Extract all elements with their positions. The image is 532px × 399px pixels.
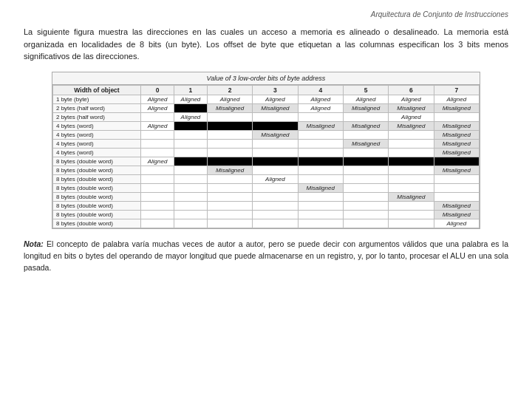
table-row: 8 bytes (double word)Aligned bbox=[53, 157, 480, 166]
cell-9-5 bbox=[343, 174, 388, 183]
cell-10-0 bbox=[141, 183, 174, 192]
row-label: 4 bytes (word) bbox=[53, 148, 141, 157]
cell-0-4: Aligned bbox=[298, 95, 343, 103]
cell-11-0 bbox=[141, 192, 174, 201]
cell-7-6 bbox=[389, 157, 434, 166]
cell-0-1: Aligned bbox=[174, 95, 207, 103]
cell-10-6 bbox=[389, 183, 434, 192]
cell-0-0: Aligned bbox=[141, 95, 174, 103]
cell-13-2 bbox=[207, 210, 252, 219]
table-row: 4 bytes (word)AlignedMisalignedMisaligne… bbox=[53, 121, 480, 130]
col-header-label: Width of object bbox=[53, 85, 141, 95]
row-label: 8 bytes (double word) bbox=[53, 174, 141, 183]
cell-7-2 bbox=[207, 157, 252, 166]
row-label: 8 bytes (double word) bbox=[53, 157, 141, 166]
cell-0-7: Aligned bbox=[434, 95, 479, 103]
col-header-1: 1 bbox=[174, 85, 207, 95]
cell-1-6: Misaligned bbox=[389, 103, 434, 112]
cell-10-7 bbox=[434, 183, 479, 192]
cell-5-5: Misaligned bbox=[343, 139, 388, 148]
cell-9-7 bbox=[434, 174, 479, 183]
cell-11-4 bbox=[298, 192, 343, 201]
table-row: 4 bytes (word)MisalignedMisaligned bbox=[53, 130, 480, 139]
col-header-4: 4 bbox=[298, 85, 343, 95]
cell-3-0: Aligned bbox=[141, 121, 174, 130]
cell-13-3 bbox=[253, 210, 298, 219]
alignment-table: Width of object 0 1 2 3 4 5 6 7 1 byte (… bbox=[52, 85, 480, 228]
cell-5-0 bbox=[141, 139, 174, 148]
cell-8-1 bbox=[174, 166, 207, 174]
cell-4-4 bbox=[298, 130, 343, 139]
cell-4-2 bbox=[207, 130, 252, 139]
cell-4-3: Misaligned bbox=[253, 130, 298, 139]
col-header-2: 2 bbox=[207, 85, 252, 95]
row-label: 8 bytes (double word) bbox=[53, 183, 141, 192]
table-row: 8 bytes (double word)Misaligned bbox=[53, 183, 480, 192]
cell-13-0 bbox=[141, 210, 174, 219]
row-label: 2 bytes (half word) bbox=[53, 112, 141, 121]
cell-8-5 bbox=[343, 166, 388, 174]
row-label: 8 bytes (double word) bbox=[53, 201, 141, 210]
row-label: 8 bytes (double word) bbox=[53, 210, 141, 219]
cell-6-4 bbox=[298, 148, 343, 157]
alignment-table-container: Value of 3 low-order bits of byte addres… bbox=[52, 72, 480, 229]
cell-10-5 bbox=[343, 183, 388, 192]
cell-13-7: Misaligned bbox=[434, 210, 479, 219]
table-row: 1 byte (byte)AlignedAlignedAlignedAligne… bbox=[53, 95, 480, 103]
cell-0-6: Aligned bbox=[389, 95, 434, 103]
table-row: 2 bytes (half word)AlignedMisalignedMisa… bbox=[53, 103, 480, 112]
note-text: El concepto de palabra varía muchas vece… bbox=[24, 239, 508, 273]
table-row: 8 bytes (double word)Misaligned bbox=[53, 210, 480, 219]
cell-7-1 bbox=[174, 157, 207, 166]
row-label: 4 bytes (word) bbox=[53, 121, 141, 130]
cell-4-6 bbox=[389, 130, 434, 139]
cell-9-2 bbox=[207, 174, 252, 183]
cell-11-7 bbox=[434, 192, 479, 201]
cell-3-5: Misaligned bbox=[343, 121, 388, 130]
page-header: Arquitectura de Conjunto de Instruccione… bbox=[24, 10, 508, 18]
col-header-7: 7 bbox=[434, 85, 479, 95]
cell-8-4 bbox=[298, 166, 343, 174]
cell-1-5: Misaligned bbox=[343, 103, 388, 112]
cell-10-2 bbox=[207, 183, 252, 192]
cell-9-6 bbox=[389, 174, 434, 183]
col-header-0: 0 bbox=[141, 85, 174, 95]
row-label: 2 bytes (half word) bbox=[53, 103, 141, 112]
cell-1-3: Misaligned bbox=[253, 103, 298, 112]
cell-4-5 bbox=[343, 130, 388, 139]
row-label: 8 bytes (double word) bbox=[53, 166, 141, 174]
cell-2-3 bbox=[253, 112, 298, 121]
cell-9-4 bbox=[298, 174, 343, 183]
cell-5-7: Misaligned bbox=[434, 139, 479, 148]
cell-5-6 bbox=[389, 139, 434, 148]
cell-4-7: Misaligned bbox=[434, 130, 479, 139]
cell-10-3 bbox=[253, 183, 298, 192]
cell-3-7: Misaligned bbox=[434, 121, 479, 130]
cell-5-4 bbox=[298, 139, 343, 148]
cell-10-4: Misaligned bbox=[298, 183, 343, 192]
cell-14-0 bbox=[141, 219, 174, 228]
note-paragraph: Nota: El concepto de palabra varía mucha… bbox=[24, 238, 508, 274]
cell-0-2: Aligned bbox=[207, 95, 252, 103]
cell-2-4 bbox=[298, 112, 343, 121]
cell-5-2 bbox=[207, 139, 252, 148]
cell-6-7: Misaligned bbox=[434, 148, 479, 157]
cell-14-4 bbox=[298, 219, 343, 228]
cell-2-2 bbox=[207, 112, 252, 121]
header-title: Arquitectura de Conjunto de Instruccione… bbox=[371, 10, 508, 18]
cell-3-2 bbox=[207, 121, 252, 130]
cell-6-6 bbox=[389, 148, 434, 157]
cell-7-0: Aligned bbox=[141, 157, 174, 166]
cell-14-1 bbox=[174, 219, 207, 228]
cell-6-3 bbox=[253, 148, 298, 157]
cell-1-4: Aligned bbox=[298, 103, 343, 112]
cell-14-3 bbox=[253, 219, 298, 228]
cell-11-6: Misaligned bbox=[389, 192, 434, 201]
cell-13-6 bbox=[389, 210, 434, 219]
cell-2-1: Aligned bbox=[174, 112, 207, 121]
row-label: 8 bytes (double word) bbox=[53, 219, 141, 228]
cell-2-6: Aligned bbox=[389, 112, 434, 121]
cell-3-4: Misaligned bbox=[298, 121, 343, 130]
cell-9-3: Aligned bbox=[253, 174, 298, 183]
cell-0-3: Aligned bbox=[253, 95, 298, 103]
